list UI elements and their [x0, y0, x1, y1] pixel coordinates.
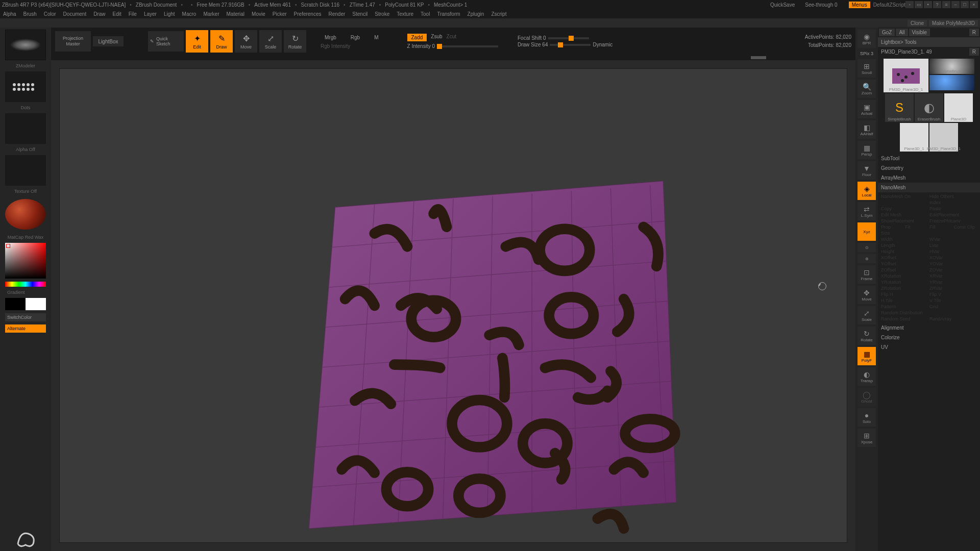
- scroll-button[interactable]: ⊞Scroll: [857, 59, 876, 78]
- color-picker[interactable]: [5, 243, 46, 279]
- nano-htile[interactable]: H Tile: [881, 298, 928, 303]
- nano-editplacement[interactable]: EditPlacement: [929, 212, 977, 217]
- menu-marker[interactable]: Marker: [203, 11, 219, 17]
- frame-button[interactable]: ⊡Frame: [857, 265, 876, 284]
- tool-thumb-eraserbrush[interactable]: ◐EraserBrush: [915, 93, 943, 122]
- alignment-section[interactable]: Alignment: [878, 323, 980, 333]
- brush-preview[interactable]: [5, 30, 46, 60]
- local-button[interactable]: ◈Local: [857, 182, 876, 200]
- aahalf-button[interactable]: ◧AAHalf: [857, 120, 876, 139]
- nano-lvar[interactable]: LVar: [929, 243, 977, 248]
- nano-randomseed[interactable]: Random Seed: [881, 316, 928, 321]
- viewport[interactable]: [59, 68, 847, 543]
- pin-icon[interactable]: •: [924, 1, 932, 8]
- menu-light[interactable]: Light: [164, 11, 175, 17]
- menu-draw[interactable]: Draw: [93, 11, 105, 17]
- colorize-section[interactable]: Colorize: [878, 333, 980, 342]
- focal-shift-label[interactable]: Focal Shift 0: [518, 35, 546, 41]
- hue-slider[interactable]: [5, 282, 46, 287]
- draw-size-label[interactable]: Draw Size 64: [518, 42, 548, 47]
- menu-picker[interactable]: Picker: [273, 11, 287, 17]
- menu-macro[interactable]: Macro: [182, 11, 197, 17]
- menus-button[interactable]: Menus: [849, 2, 870, 8]
- draw-size-slider[interactable]: [550, 44, 591, 46]
- tool-thumb-alphabrush[interactable]: AlphaBrush: [929, 59, 974, 74]
- nano-width[interactable]: Width: [881, 237, 928, 242]
- restore-icon[interactable]: ▫: [905, 1, 914, 8]
- seethrough-slider[interactable]: See-through 0: [805, 2, 837, 8]
- bpr-button[interactable]: ◉BPR: [857, 30, 876, 48]
- nano-size[interactable]: Size: [881, 231, 977, 236]
- persp-button[interactable]: ▦Persp: [857, 141, 876, 159]
- z-intensity-slider[interactable]: [437, 45, 498, 47]
- nano-zoffset[interactable]: ZOffset: [881, 267, 928, 272]
- nano-yovar[interactable]: YOVar: [929, 261, 977, 266]
- menu-brush[interactable]: Brush: [23, 11, 37, 17]
- menu-edit[interactable]: Edit: [113, 11, 121, 17]
- hide-others[interactable]: Hide Others: [929, 194, 977, 199]
- xpose-button[interactable]: ⊞Xpose: [857, 429, 876, 447]
- quicksketch-button[interactable]: ✎ Quick Sketch: [148, 31, 184, 52]
- subtool-section[interactable]: SubTool: [878, 154, 980, 163]
- actual-button[interactable]: ▣Actual: [857, 100, 876, 118]
- nano-yrotation[interactable]: YRotation: [881, 280, 928, 285]
- menu-material[interactable]: Material: [227, 11, 245, 17]
- scale-3d-button[interactable]: ⤢Scale: [857, 306, 876, 324]
- maximize-icon[interactable]: □: [961, 1, 969, 8]
- r-button[interactable]: R: [969, 29, 979, 36]
- nano-freezepm[interactable]: FreezePMcanv: [929, 218, 977, 223]
- mrgb-button[interactable]: Mrgb: [321, 34, 340, 41]
- m-button[interactable]: M: [370, 34, 382, 41]
- lightbox-tools-header[interactable]: Lightbox> Tools: [878, 37, 980, 47]
- nanomesh-on[interactable]: NanoMesh On: [881, 194, 928, 199]
- geometry-section[interactable]: Geometry: [878, 163, 980, 173]
- rgb-button[interactable]: Rgb: [347, 34, 364, 41]
- nano-paste[interactable]: Paste: [929, 206, 977, 211]
- zadd-button[interactable]: Zadd: [407, 34, 427, 41]
- nano-height[interactable]: Height: [881, 249, 928, 254]
- solo-button[interactable]: ●Solo: [857, 408, 876, 427]
- settings-icon[interactable]: ≡: [942, 1, 950, 8]
- tool-thumb-plane3d-1[interactable]: Plane3D_1: [900, 123, 928, 152]
- goz-visible-button[interactable]: Visible: [909, 29, 930, 36]
- nano-vtile[interactable]: V Tile: [929, 298, 977, 303]
- nano-randomdist[interactable]: Random Distribution: [881, 310, 977, 315]
- menu-layer[interactable]: Layer: [144, 11, 157, 17]
- menu-document[interactable]: Document: [63, 11, 87, 17]
- move-mode-button[interactable]: ✥Move: [235, 30, 257, 53]
- nano-xovar[interactable]: XOVar: [929, 255, 977, 260]
- nano-length[interactable]: Length: [881, 243, 928, 248]
- menu-tool[interactable]: Tool: [421, 11, 430, 17]
- rgb-intensity-label[interactable]: Rgb Intensity: [321, 43, 383, 49]
- nano-index[interactable]: Index: [929, 200, 977, 205]
- transp-button[interactable]: ◐Transp: [857, 367, 876, 386]
- horizontal-scrollbar[interactable]: [51, 55, 855, 60]
- menu-texture[interactable]: Texture: [397, 11, 413, 17]
- arraymesh-section[interactable]: ArrayMesh: [878, 173, 980, 183]
- swatch-black[interactable]: [5, 298, 26, 310]
- nano-hvar[interactable]: HVar: [929, 249, 977, 254]
- goz-button[interactable]: GoZ: [879, 29, 895, 36]
- nano-copy[interactable]: Copy: [881, 206, 928, 211]
- switchcolor-button[interactable]: SwitchColor: [5, 313, 46, 321]
- gradient-label[interactable]: Gradient: [7, 290, 25, 295]
- menu-alpha[interactable]: Alpha: [3, 11, 16, 17]
- focal-shift-slider[interactable]: [548, 37, 589, 39]
- nano-prop[interactable]: Prop: [881, 224, 904, 230]
- alternate-button[interactable]: Alternate: [5, 324, 46, 333]
- polyf-button[interactable]: ▦PolyF: [857, 347, 876, 365]
- tool-thumb-spherebrush[interactable]: [929, 75, 974, 90]
- nano-yrvar[interactable]: YRVar: [929, 280, 977, 285]
- menu-color[interactable]: Color: [44, 11, 56, 17]
- nano-zrvar[interactable]: ZRVar: [929, 286, 977, 291]
- menu-stroke[interactable]: Stroke: [375, 11, 389, 17]
- nano-randarray[interactable]: RandArray: [929, 316, 977, 321]
- menu-zplugin[interactable]: Zplugin: [468, 11, 484, 17]
- nano-editmesh[interactable]: Edit Mesh: [881, 212, 928, 217]
- tool-thumb-plane3d[interactable]: Plane3D: [944, 93, 973, 122]
- nano-xrvar[interactable]: XRVar: [929, 273, 977, 279]
- nano-wvar[interactable]: WVar: [929, 237, 977, 242]
- menu-render[interactable]: Render: [329, 11, 346, 17]
- ghost-button[interactable]: ◯Ghost: [857, 388, 876, 406]
- zcut-button[interactable]: Zcut: [447, 34, 456, 41]
